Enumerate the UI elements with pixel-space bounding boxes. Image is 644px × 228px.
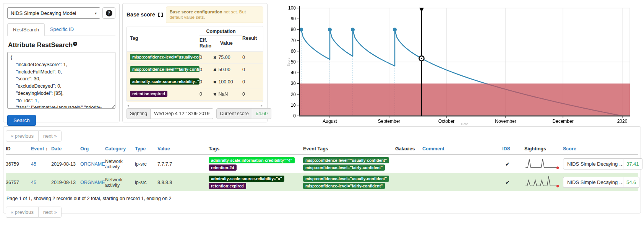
sighting-label: Sighting [127, 108, 151, 119]
ids-check-icon: ✔ [502, 161, 524, 167]
svg-text:100: 100 [288, 5, 296, 11]
sort-asc-icon: ↑ [45, 146, 48, 151]
col-event-tags: Event Tags [303, 146, 395, 151]
model-config-panel: NIDS Simple Decaying Model ▾ ? RestSearc… [3, 3, 120, 122]
tag-badge[interactable]: misp:confidence-level="fairly-confident" [303, 183, 385, 189]
next-page-button[interactable]: next » [38, 207, 62, 218]
eff-ratio-value: 0 [200, 91, 213, 97]
col-category[interactable]: Category [105, 146, 135, 151]
results-header-row: ID Event ↑ Date Org Category Type Value … [6, 144, 638, 155]
scroll-right-icon[interactable]: ▸ [261, 104, 263, 107]
previous-page-button[interactable]: « previous [6, 207, 39, 218]
cell-date: 2019-08-13 [51, 161, 80, 167]
tag-badge[interactable]: misp:confidence-level="fairly-confident" [303, 164, 385, 171]
tab-specific-id[interactable]: Specific ID [45, 23, 79, 36]
model-select[interactable]: NIDS Simple Decaying Model ▾ [7, 7, 100, 19]
ids-check-icon: ✔ [502, 179, 524, 186]
base-score-total-row: base_score 80.00 [127, 100, 263, 102]
pagination-summary: Page 1 of 1, showing 2 records out of 2 … [6, 196, 638, 201]
help-icon-small: ? [73, 42, 77, 46]
org-link[interactable]: ORGNAME [80, 180, 105, 185]
svg-text:Date: Date [461, 122, 468, 126]
col-ids[interactable]: IDS [502, 146, 524, 151]
cell-value: 8.8.8.8 [157, 180, 209, 185]
cell-sightings [524, 156, 563, 171]
col-sightings: Sightings [524, 146, 563, 151]
sighting-group: Sighting Wed Sep 4 12:18:09 2019 [127, 108, 213, 119]
score-group: NIDS Simple Decaying …54.6 [563, 177, 639, 188]
tag-badge[interactable]: admiralty-scale:source-reliability="a" [130, 78, 200, 85]
attribute-results-panel: « previous next » ID Event ↑ Date Org Ca… [3, 126, 641, 213]
event-link[interactable]: 45 [31, 161, 36, 167]
col-value[interactable]: Value [157, 146, 209, 151]
search-button[interactable]: Search [7, 115, 36, 126]
base-score-table: Tag Computation Result Eff. Ratio Value … [127, 26, 263, 102]
sighting-date: Wed Sep 4 12:18:09 2019 [151, 108, 213, 119]
col-header-eff-ratio: Eff. Ratio [200, 36, 213, 49]
event-link[interactable]: 45 [31, 180, 36, 185]
tag-badge[interactable]: misp:confidence-level="usually-confident… [130, 54, 200, 60]
cell-category: Network activity [105, 159, 135, 169]
col-tags: Tags [209, 146, 303, 151]
alert-strong-text: Base score configuration [170, 10, 222, 14]
misp-decaying-model-page: NIDS Simple Decaying Model ▾ ? RestSearc… [0, 0, 644, 228]
svg-text:70: 70 [291, 38, 296, 43]
scroll-left-icon[interactable]: ◂ [127, 104, 129, 107]
chevron-down-icon: ▾ [95, 11, 97, 15]
horizontal-scrollbar[interactable]: ◂ ▸ [127, 103, 263, 108]
tag-badge[interactable]: misp:confidence-level="usually-confident… [303, 157, 389, 163]
previous-page-button[interactable]: « previous [6, 130, 39, 142]
col-date[interactable]: Date [51, 146, 80, 151]
search-tabs: RestSearch Specific ID [7, 23, 115, 36]
eff-ratio-value: 0 [200, 79, 213, 85]
svg-text:2020: 2020 [617, 119, 628, 124]
col-score[interactable]: Score [563, 146, 638, 151]
tag-badge[interactable]: misp:confidence-level="fairly-confident" [130, 66, 200, 72]
score-model-button[interactable]: NIDS Simple Decaying … [563, 177, 623, 188]
tag-badge[interactable]: retention:expired [130, 91, 167, 97]
tag-badge[interactable]: retention:expired [209, 183, 246, 189]
col-org[interactable]: Org [80, 146, 105, 151]
svg-text:40: 40 [291, 70, 296, 75]
next-page-button[interactable]: next » [38, 130, 62, 142]
tag-badge[interactable]: admiralty-scale:information-credibility=… [209, 157, 295, 163]
col-comment[interactable]: Comment [422, 146, 502, 151]
base-score-row: admiralty-scale:source-reliability="a" 0… [127, 76, 263, 88]
tag-numeric-value: 100.00 [218, 79, 233, 85]
cell-tags: admiralty-scale:source-reliability="a" r… [209, 176, 303, 189]
multiply-icon: ✖ [213, 92, 216, 96]
cell-value: 7.7.7.7 [157, 161, 209, 167]
col-header-computation: Computation [200, 28, 242, 36]
restsearch-body-input[interactable]: { "includeDecayScore": 1, "includeFullMo… [7, 52, 115, 109]
org-link[interactable]: ORGNAME [80, 161, 105, 167]
svg-text:October: October [438, 119, 455, 124]
tag-badge[interactable]: retention:2d [209, 164, 237, 171]
model-select-value: NIDS Simple Decaying Model [11, 10, 93, 16]
base-score-alert: Base score configuration not set. But de… [166, 7, 263, 23]
tab-restsearch[interactable]: RestSearch [7, 23, 45, 36]
result-value: 0 [242, 79, 260, 85]
expand-icon[interactable] [158, 13, 163, 17]
decay-score-chart-svg[interactable]: 0102030405060708090100AugustSeptemberOct… [268, 0, 644, 126]
cell-sightings [524, 175, 563, 190]
tag-numeric-value: 75.00 [218, 55, 230, 60]
result-value: 0 [242, 91, 260, 97]
cell-tags: admiralty-scale:information-credibility=… [209, 157, 303, 171]
col-type[interactable]: Type [135, 146, 157, 151]
base-score-title: Base score [127, 11, 155, 18]
base-score-row: retention:expired 0 ✖NaN 0 [127, 88, 263, 100]
restsearch-heading: Attribute RestSearch [8, 41, 73, 49]
tag-badge[interactable]: admiralty-scale:source-reliability="a" [209, 176, 284, 182]
tag-badge[interactable]: misp:confidence-level="usually-confident… [303, 176, 389, 182]
cell-event-tags: misp:confidence-level="usually-confident… [303, 157, 395, 171]
cell-date: 2019-08-13 [51, 180, 80, 185]
score-value: 37.41 [623, 158, 642, 169]
result-value: 0 [242, 55, 260, 60]
attribute-row-36757[interactable]: 36757 45 2019-08-13 ORGNAME Network acti… [6, 173, 638, 191]
attribute-row-36759[interactable]: 36759 45 2019-08-13 ORGNAME Network acti… [6, 155, 638, 173]
svg-text:20: 20 [291, 92, 296, 97]
model-help-button[interactable]: ? [102, 7, 115, 19]
col-event-label[interactable]: Event [31, 146, 44, 151]
decay-score-chart[interactable]: 0102030405060708090100AugustSeptemberOct… [268, 0, 644, 126]
score-model-button[interactable]: NIDS Simple Decaying … [563, 158, 623, 169]
